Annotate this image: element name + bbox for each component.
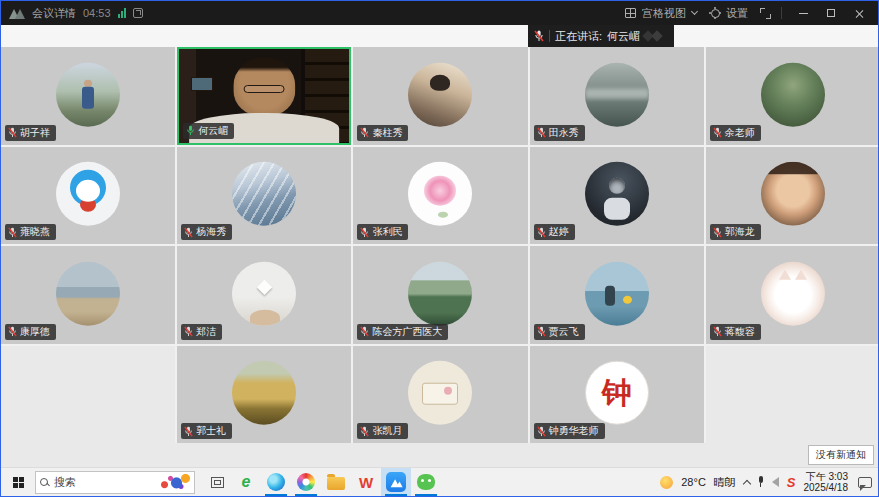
tray-speaker-icon[interactable] bbox=[772, 477, 779, 487]
participant-tile[interactable]: 郭士礼 bbox=[177, 346, 351, 444]
participant-tile[interactable]: 张凯月 bbox=[353, 346, 527, 444]
tray-microphone-icon[interactable] bbox=[758, 476, 764, 488]
participant-name: 郑洁 bbox=[196, 326, 216, 338]
participant-tile[interactable]: 秦柱秀 bbox=[353, 47, 527, 145]
muted-mic-icon bbox=[360, 227, 369, 238]
task-view-icon bbox=[211, 477, 224, 488]
participant-tile[interactable]: 蒋馥容 bbox=[706, 246, 879, 344]
avatar bbox=[232, 261, 296, 325]
participant-name: 郭海龙 bbox=[725, 226, 755, 238]
avatar: 钟 bbox=[585, 361, 649, 425]
participant-tile[interactable]: 赵婷 bbox=[530, 147, 704, 245]
close-button[interactable] bbox=[848, 3, 870, 23]
participant-nameplate: 余老师 bbox=[710, 125, 761, 141]
settings-button[interactable]: 设置 bbox=[726, 6, 748, 21]
active-mic-icon bbox=[186, 125, 195, 136]
search-placeholder: 搜索 bbox=[54, 475, 155, 490]
muted-mic-icon bbox=[184, 426, 193, 437]
weather-temperature[interactable]: 28°C bbox=[681, 476, 706, 488]
participant-nameplate: 陈会方广西医大 bbox=[357, 324, 448, 340]
participant-nameplate: 贾云飞 bbox=[534, 324, 585, 340]
clock[interactable]: 下午 3:03 2025/4/18 bbox=[804, 471, 849, 493]
glasses bbox=[244, 85, 285, 92]
participant-nameplate: 郭士礼 bbox=[181, 423, 232, 439]
settings-gear-icon[interactable] bbox=[711, 9, 720, 18]
participant-nameplate: 张利民 bbox=[357, 224, 408, 240]
watermark-logo-icon bbox=[642, 30, 666, 42]
avatar bbox=[761, 62, 825, 126]
sogou-input-icon[interactable]: S bbox=[787, 475, 796, 490]
taskbar-item-file-explorer[interactable] bbox=[321, 468, 351, 496]
participant-tile[interactable]: 郑洁 bbox=[177, 246, 351, 344]
search-highlight-icon[interactable] bbox=[160, 473, 190, 491]
participant-name: 雍晓燕 bbox=[20, 226, 50, 238]
participant-name: 张凯月 bbox=[372, 425, 402, 437]
weather-condition[interactable]: 晴朗 bbox=[714, 475, 736, 490]
avatar bbox=[408, 361, 472, 425]
participant-tile[interactable]: 余老师 bbox=[706, 47, 879, 145]
sub-strip bbox=[1, 25, 878, 47]
participant-nameplate: 胡子祥 bbox=[5, 125, 56, 141]
participant-nameplate: 秦柱秀 bbox=[357, 125, 408, 141]
meeting-duration: 04:53 bbox=[83, 7, 111, 19]
avatar bbox=[761, 162, 825, 226]
participant-name: 郭士礼 bbox=[196, 425, 226, 437]
participant-tile[interactable]: 田永秀 bbox=[530, 47, 704, 145]
clock-date: 2025/4/18 bbox=[804, 482, 849, 493]
minimize-button[interactable] bbox=[792, 3, 814, 23]
participant-tile-speaking[interactable]: 何云嵋 bbox=[177, 47, 351, 145]
participant-tile[interactable]: 贾云飞 bbox=[530, 246, 704, 344]
taskbar-item-wps[interactable]: W bbox=[351, 468, 381, 496]
search-input[interactable]: 搜索 bbox=[35, 471, 195, 494]
participant-nameplate: 田永秀 bbox=[534, 125, 585, 141]
participant-name: 陈会方广西医大 bbox=[372, 326, 442, 338]
avatar bbox=[232, 361, 296, 425]
maximize-button[interactable] bbox=[820, 3, 842, 23]
participant-tile[interactable]: 康厚德 bbox=[1, 246, 175, 344]
system-tray: 28°C 晴朗 S 下午 3:03 2025/4/18 bbox=[660, 468, 878, 496]
search-icon bbox=[40, 478, 49, 487]
speaking-banner: 正在讲话: 何云嵋 bbox=[528, 25, 674, 47]
taskbar-item-browser-e[interactable]: e bbox=[231, 468, 261, 496]
fullscreen-icon[interactable] bbox=[760, 8, 771, 19]
participant-name: 钟勇华老师 bbox=[549, 425, 599, 437]
participant-tile[interactable]: 杨海秀 bbox=[177, 147, 351, 245]
participant-tile[interactable]: 雍晓燕 bbox=[1, 147, 175, 245]
meeting-details-link[interactable]: 会议详情 bbox=[32, 6, 76, 21]
folder-icon bbox=[327, 477, 345, 490]
view-mode-button[interactable]: 宫格视图 bbox=[642, 6, 686, 21]
tencent-meeting-icon bbox=[386, 472, 406, 492]
start-button[interactable] bbox=[1, 468, 35, 496]
avatar bbox=[761, 261, 825, 325]
avatar-character: 钟 bbox=[602, 372, 632, 413]
participant-name: 何云嵋 bbox=[198, 125, 228, 137]
muted-mic-icon bbox=[713, 127, 722, 138]
participant-tile[interactable]: 郭海龙 bbox=[706, 147, 879, 245]
participant-nameplate: 蒋馥容 bbox=[710, 324, 761, 340]
hidden-icons-chevron[interactable] bbox=[743, 479, 751, 487]
participant-nameplate: 郑洁 bbox=[181, 324, 222, 340]
action-center-icon[interactable] bbox=[858, 477, 872, 488]
taskbar-item-image-viewer[interactable] bbox=[291, 468, 321, 496]
grid-view-icon[interactable] bbox=[625, 8, 636, 18]
participant-name: 张利民 bbox=[372, 226, 402, 238]
participant-tile[interactable]: 钟 钟勇华老师 bbox=[530, 346, 704, 444]
weather-sun-icon[interactable] bbox=[660, 476, 673, 489]
taskbar-item-tencent-meeting[interactable] bbox=[381, 468, 411, 496]
browser-e-icon: e bbox=[242, 474, 251, 490]
participant-tile[interactable]: 陈会方广西医大 bbox=[353, 246, 527, 344]
notification-tooltip: 没有新通知 bbox=[808, 445, 874, 465]
taskbar-item-edge[interactable] bbox=[261, 468, 291, 496]
participant-tile[interactable]: 张利民 bbox=[353, 147, 527, 245]
participant-name: 田永秀 bbox=[549, 127, 579, 139]
taskbar-item-wechat[interactable] bbox=[411, 468, 441, 496]
task-view-button[interactable] bbox=[203, 468, 231, 496]
participant-tile[interactable]: 胡子祥 bbox=[1, 47, 175, 145]
participant-nameplate: 何云嵋 bbox=[183, 123, 234, 139]
divider bbox=[781, 7, 782, 19]
muted-mic-icon bbox=[8, 127, 17, 138]
wechat-icon bbox=[417, 474, 435, 490]
muted-mic-icon bbox=[360, 326, 369, 337]
participant-nameplate: 赵婷 bbox=[534, 224, 575, 240]
popout-window-icon[interactable] bbox=[133, 8, 143, 18]
